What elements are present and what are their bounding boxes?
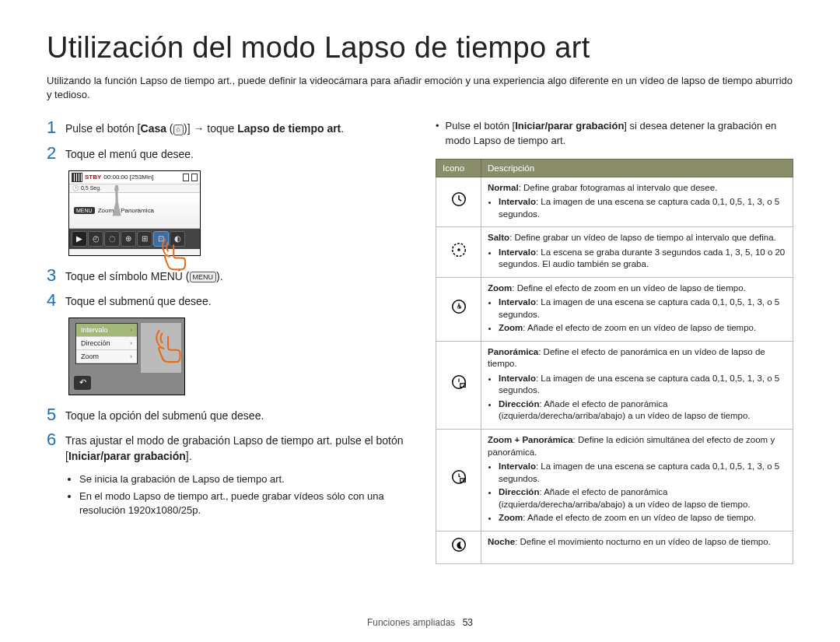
row-icon (436, 177, 481, 227)
arrow-icon: → (193, 121, 204, 137)
table-row: Noche: Define el movimiento nocturno en … (436, 531, 793, 563)
film-icon (72, 173, 82, 182)
play-icon[interactable]: ▶ (72, 231, 87, 247)
row-description: Salto: Define grabar un vídeo de lapso d… (481, 227, 793, 278)
bullet-item: En el modo Lapso de tiempo art., puede g… (79, 489, 404, 517)
right-column: Pulse el botón [Iniciar/parar grabación]… (436, 119, 793, 563)
row-icon (436, 341, 481, 429)
submenu-item[interactable]: Zoom› (76, 350, 137, 363)
bullet-item: Se inicia la grabación de Lapso de tiemp… (79, 472, 404, 486)
step-text: Toque la opción del submenú que desee. (65, 406, 264, 424)
table-row: Panorámica: Define el efecto de panorámi… (436, 341, 793, 429)
step-2: 2 Toque el menú que desee. (47, 145, 404, 163)
th-icono: Icono (436, 159, 481, 177)
row-description: Noche: Define el movimiento nocturno en … (481, 531, 793, 563)
step-number: 4 (47, 292, 65, 309)
step-bold: Casa (141, 122, 166, 135)
intro-text: Utilizando la función Lapso de tiempo ar… (47, 74, 793, 102)
step-3: 3 Toque el símbolo MENÚ (MENU). (47, 267, 404, 285)
step-5: 5 Toque la opción del submenú que desee. (47, 406, 404, 424)
svg-point-7 (452, 471, 465, 484)
mode-normal-icon[interactable]: ◴ (88, 231, 103, 247)
table-row: Salto: Define grabar un vídeo de lapso d… (436, 227, 793, 278)
submenu-item[interactable]: Dirección› (76, 337, 137, 350)
tap-hand-icon (158, 237, 194, 272)
step-number: 5 (47, 406, 65, 423)
table-row: Zoom + Panorámica: Define la edición sim… (436, 430, 793, 531)
left-column: 1 Pulse el botón [Casa (⌂)] → toque Laps… (47, 119, 404, 563)
svg-point-2 (457, 248, 460, 251)
row-description: Panorámica: Define el efecto de panorámi… (481, 341, 793, 429)
camera-screenshot-2: Intervalo› Dirección› Zoom› ↶ (68, 317, 185, 395)
step-4: 4 Toque el submenú que desee. (47, 292, 404, 310)
row-icon (436, 531, 481, 563)
right-bullet: Pulse el botón [Iniciar/parar grabación]… (436, 119, 793, 147)
row-description: Normal: Define grabar fotogramas al inte… (481, 177, 793, 227)
row-description: Zoom + Panorámica: Define la edición sim… (481, 430, 793, 531)
step-6: 6 Tras ajustar el modo de grabación Laps… (47, 431, 404, 464)
mode-pan-icon[interactable]: ⊞ (137, 231, 152, 247)
back-button[interactable]: ↶ (74, 376, 91, 390)
page-footer: Funciones ampliadas 53 (0, 617, 840, 628)
menu-button-icon: MENU (190, 272, 217, 282)
step-bold: Iniciar/parar grabación (68, 450, 186, 462)
step-number: 2 (47, 145, 65, 162)
tap-hand-icon (152, 328, 189, 365)
table-row: Normal: Define grabar fotogramas al inte… (436, 177, 793, 227)
footer-label: Funciones ampliadas (367, 617, 455, 628)
shot-time: 00:00:00 [253Min] (103, 174, 153, 181)
page-title: Utilización del modo Lapso de tiempo art (47, 31, 793, 65)
icon-description-table: Icono Descripción Normal: Define grabar … (436, 159, 793, 564)
camera-screenshot-1: STBY 00:00:00 [253Min] 🕒 0,5 Seg. MENU Z… (68, 170, 201, 256)
chevron-right-icon: › (130, 353, 132, 360)
page-number: 53 (463, 617, 473, 628)
step-1: 1 Pulse el botón [Casa (⌂)] → toque Laps… (47, 119, 404, 137)
sub-bullets: Se inicia la grabación de Lapso de tiemp… (68, 472, 404, 518)
card-icon (183, 174, 189, 181)
menu-chip: MENU (74, 207, 95, 214)
row-icon (436, 430, 481, 531)
step-number: 3 (47, 267, 65, 284)
stby-label: STBY (85, 174, 101, 181)
step-text: Pulse el botón [ (65, 122, 141, 135)
battery-icon (191, 174, 198, 181)
chevron-right-icon: › (130, 326, 132, 334)
step-text: Toque el menú que desee. (65, 145, 194, 163)
row-description: Zoom: Define el efecto de zoom en un víd… (481, 277, 793, 341)
submenu-box: Intervalo› Dirección› Zoom› (75, 323, 138, 364)
mode-label: Zoom + Panorámica (98, 207, 154, 214)
table-row: ⊕Zoom: Define el efecto de zoom en un ví… (436, 277, 793, 341)
sec-label: 0,5 Seg. (81, 185, 101, 191)
home-icon: ⌂ (173, 125, 184, 135)
step-number: 1 (47, 119, 65, 136)
mode-zoom-icon[interactable]: ⊕ (121, 231, 136, 247)
submenu-item[interactable]: Intervalo› (76, 324, 137, 337)
bold-text: Iniciar/parar grabación (515, 120, 624, 132)
chevron-right-icon: › (130, 339, 132, 347)
row-icon: ⊕ (436, 277, 481, 341)
step-bold: Lapso de tiempo art (237, 122, 341, 135)
row-icon (436, 227, 481, 278)
step-text: Toque el submenú que desee. (65, 292, 212, 310)
step-number: 6 (47, 431, 65, 448)
mode-salto-icon[interactable]: ◌ (104, 231, 120, 247)
clock-icon: 🕒 (72, 185, 79, 191)
th-descripcion: Descripción (481, 159, 793, 177)
